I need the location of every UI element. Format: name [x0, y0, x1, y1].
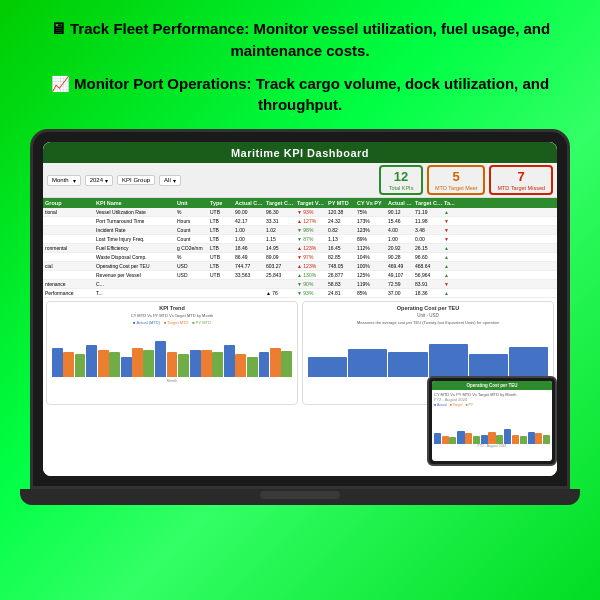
bar-actual	[259, 352, 270, 377]
table-row: Waste Disposal Comp. % UTB 86.49 89.09 ▼…	[43, 253, 557, 262]
tablet-content: CY MTD Vs PY MTD Vs Target MTD by Month …	[432, 390, 552, 450]
tablet-bar-py	[496, 435, 503, 445]
top-text-block: 🖥 Track Fleet Performance: Monitor vesse…	[0, 0, 600, 69]
col-vs-act: Target Vs Act. (MTD)	[297, 200, 327, 206]
col-name: KPI Name	[96, 200, 176, 206]
line1-text: Track Fleet Performance: Monitor vessel …	[70, 20, 550, 59]
col-ytd-actual: Actual CY YTD	[388, 200, 414, 206]
kpi-met-num: 5	[435, 169, 477, 185]
kpi-group-value-box[interactable]: All ▾	[159, 175, 181, 186]
tablet-bar-group	[528, 432, 550, 444]
laptop-body: Maritime KPI Dashboard Month ▾ 2024 ▾ KP…	[30, 129, 570, 489]
bar-target	[167, 352, 178, 377]
month-label: Month	[52, 177, 69, 183]
table-row: cial Operating Cost per TEU USD LTB 744.…	[43, 262, 557, 271]
tablet-bar-py	[449, 437, 456, 445]
kpi-total-card: 12 Total KPIs	[379, 165, 423, 195]
tablet-bar-target	[535, 433, 542, 444]
table-row: Lost Time Injury Freq. Count LTB 1.00 1.…	[43, 235, 557, 244]
month-value: 2024	[90, 177, 103, 183]
table-row: ronmental Fuel Efficiency g CO2e/nm LTB …	[43, 244, 557, 253]
col-type: Type	[210, 200, 234, 206]
bar-py	[281, 351, 292, 377]
bar-py	[143, 350, 154, 377]
bar	[388, 352, 427, 377]
bar-target	[132, 348, 143, 377]
kpi-total-label: Total KPIs	[387, 185, 415, 191]
kpi-group-chevron: ▾	[173, 177, 176, 184]
month-control[interactable]: Month ▾	[47, 175, 81, 186]
bar-py	[212, 352, 223, 377]
chart1-box: KPI Trend CY MTD Vs PY MTD Vs Target MTD…	[46, 301, 298, 405]
middle-text-block: 📈 Monitor Port Operations: Track cargo v…	[0, 69, 600, 125]
kpi-missed-card: 7 MTD Target Missed	[489, 165, 553, 195]
table-row: ntenance C... ▼ 90% 58.83 119% 72.59 83.…	[43, 280, 557, 289]
bar-group	[190, 350, 223, 377]
bar-group	[52, 348, 85, 377]
bar-actual	[86, 345, 97, 377]
col-unit: Unit	[177, 200, 209, 206]
tablet-overlay: Operating Cost per TEU CY MTD Vs PY MTD …	[427, 376, 557, 466]
chart2-bars	[306, 327, 550, 377]
kpi-group-control[interactable]: KPI Group	[117, 175, 155, 185]
bar-actual	[190, 350, 201, 377]
bar-py	[247, 357, 258, 377]
chart2-subtitle: Unit - USD	[306, 313, 550, 318]
tablet-bar-target	[488, 432, 495, 444]
tablet-bar-actual	[481, 435, 488, 445]
kpi-missed-num: 7	[497, 169, 545, 185]
kpi-missed-label: MTD Target Missed	[497, 185, 545, 191]
bar-target	[201, 350, 212, 377]
bar-group	[224, 345, 257, 377]
chart2-desc: Measures the average cost per TEU (Twent…	[306, 320, 550, 325]
bar	[469, 354, 508, 377]
bar-target	[63, 352, 74, 377]
bar-py	[109, 352, 120, 377]
tablet-bar-actual	[457, 431, 464, 444]
bar-group	[86, 345, 119, 377]
tablet-bar-group	[434, 433, 456, 444]
col-ta: Ta...	[444, 200, 470, 206]
line2-text: Monitor Port Operations: Track cargo vol…	[74, 75, 549, 113]
kpi-total-num: 12	[387, 169, 415, 185]
tablet-bar-py	[543, 435, 550, 444]
tablet-bar-group	[504, 429, 526, 444]
tablet-bar-group	[457, 431, 479, 444]
kpi-met-label: MTD Target Meet	[435, 185, 477, 191]
table-area: Group KPI Name Unit Type Actual CY MTD T…	[43, 198, 557, 298]
tablet-bar-group	[481, 432, 503, 444]
controls-row: Month ▾ 2024 ▾ KPI Group All ▾	[43, 163, 557, 198]
kpi-met-card: 5 MTD Target Meet	[427, 165, 485, 195]
bar-actual	[224, 345, 235, 377]
bar	[348, 349, 387, 377]
table-row: Port Turnaround Time Hours LTB 42.17 33.…	[43, 217, 557, 226]
bar	[429, 344, 468, 377]
bar-target	[98, 350, 109, 377]
col-ytd-target: Target CY YTD	[415, 200, 443, 206]
tablet-bars	[434, 409, 550, 444]
line2-icon: 📈	[51, 75, 70, 92]
month-value-box[interactable]: 2024 ▾	[85, 175, 113, 186]
tablet-header: Operating Cost per TEU	[432, 381, 552, 390]
col-cy-vs-py: CY Vs PY	[357, 200, 387, 206]
tablet-bar-target	[465, 433, 472, 444]
bar-group	[121, 348, 154, 377]
kpi-group-label: KPI Group	[122, 177, 150, 183]
chart1-bars	[50, 327, 294, 377]
kpi-group-value: All	[164, 177, 171, 183]
dash-title: Maritime KPI Dashboard	[231, 147, 369, 159]
month-chevron2: ▾	[105, 177, 108, 184]
tablet-bar-target	[442, 436, 449, 445]
bar-group	[259, 348, 292, 377]
bar	[509, 347, 548, 377]
table-row: Incident Rate Count LTB 1.00 1.02 ▼ 98% …	[43, 226, 557, 235]
tablet-bar-actual	[504, 429, 511, 444]
line1-icon: 🖥	[50, 20, 66, 37]
col-group: Group	[45, 200, 95, 206]
tablet-bar-py	[520, 436, 527, 444]
tablet-bar-target	[512, 435, 519, 445]
tablet-screen: Operating Cost per TEU CY MTD Vs PY MTD …	[432, 381, 552, 461]
bar-py	[75, 354, 86, 377]
table-row: Performance T... ▲ 76 ▼ 93% 24.81 85% 37…	[43, 289, 557, 298]
bar-group	[155, 341, 188, 377]
